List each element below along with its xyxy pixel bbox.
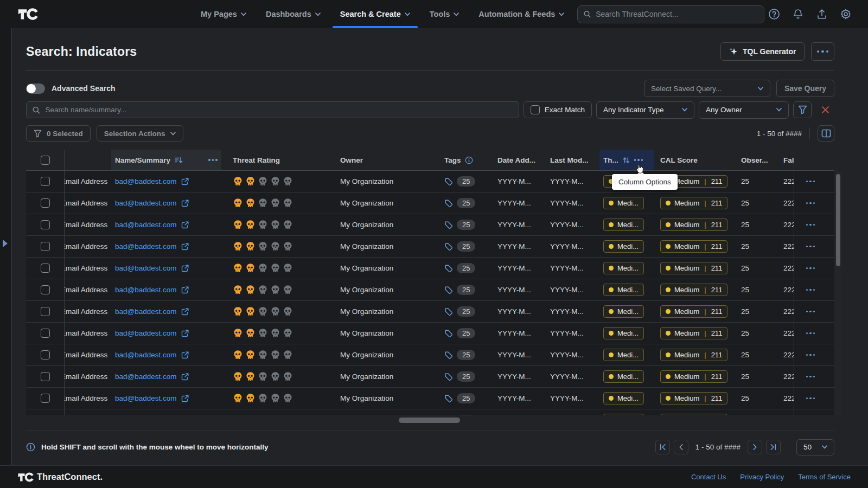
indicator-link[interactable]: bad@baddest.com [115,351,189,359]
indicator-link[interactable]: bad@baddest.com [115,373,189,381]
tags-count-pill[interactable]: 25 [457,285,475,295]
external-link-icon[interactable] [181,286,189,294]
tags-count-pill[interactable]: 25 [457,415,475,415]
nav-item-my-pages[interactable]: My Pages [201,0,246,28]
vertical-scrollbar-thumb[interactable] [836,174,840,266]
external-link-icon[interactable] [181,308,189,316]
row-actions-icon[interactable] [806,267,815,269]
header-date-added[interactable]: Date Add... [491,150,545,170]
external-link-icon[interactable] [181,265,189,272]
row-checkbox[interactable] [26,301,65,322]
page-more-options-button[interactable] [811,42,835,61]
row-actions-icon[interactable] [806,246,815,248]
tag-icon[interactable] [444,286,453,294]
row-checkbox[interactable] [26,409,65,415]
header-cal-score[interactable]: CAL Score [654,150,735,170]
tag-icon[interactable] [444,221,453,229]
column-options-icon[interactable] [634,159,643,161]
advanced-search-toggle[interactable] [26,84,45,94]
external-link-icon[interactable] [181,351,189,359]
sort-descending-icon[interactable] [174,156,183,164]
nav-item-automation-feeds[interactable]: Automation & Feeds [478,0,564,28]
tag-icon[interactable] [444,329,453,338]
row-checkbox[interactable] [26,323,65,344]
row-actions-icon[interactable] [806,181,815,183]
external-link-icon[interactable] [181,221,189,229]
row-checkbox[interactable] [26,171,65,192]
filter-button[interactable] [793,101,812,118]
exact-match-checkbox[interactable]: Exact Match [524,101,592,118]
row-checkbox[interactable] [26,366,65,387]
row-actions-icon[interactable] [806,311,815,313]
last-page-button[interactable] [766,440,781,454]
row-checkbox[interactable] [26,214,65,235]
indicator-link[interactable]: bad@baddest.com [115,286,189,294]
tags-count-pill[interactable]: 25 [457,350,475,360]
tags-count-pill[interactable]: 25 [457,198,475,208]
header-owner[interactable]: Owner [326,150,439,170]
row-checkbox[interactable] [26,388,65,409]
external-link-icon[interactable] [181,330,189,337]
tags-count-pill[interactable]: 25 [457,241,475,252]
tag-icon[interactable] [444,373,453,381]
row-actions-icon[interactable] [806,354,815,356]
indicator-link[interactable]: bad@baddest.com [115,177,189,185]
external-link-icon[interactable] [181,200,189,207]
external-link-icon[interactable] [181,395,189,402]
footer-link-contact-us[interactable]: Contact Us [691,473,726,481]
tag-icon[interactable] [444,177,453,186]
expand-sidebar-arrow-icon[interactable] [3,240,8,247]
indicator-link[interactable]: bad@baddest.com [115,329,189,337]
selected-count-button[interactable]: 0 Selected [26,125,91,142]
footer-link-privacy-policy[interactable]: Privacy Policy [740,473,784,481]
header-tags[interactable]: Tags [439,150,491,170]
row-actions-icon[interactable] [806,202,815,204]
next-page-button[interactable] [748,440,762,454]
row-checkbox[interactable] [26,236,65,257]
settings-gear-icon[interactable] [840,8,852,20]
header-last-modified[interactable]: Last Mod... [545,150,599,170]
indicator-type-select[interactable]: Any Indicator Type [596,101,694,119]
column-settings-button[interactable] [818,125,834,142]
row-checkbox[interactable] [26,258,65,279]
tag-icon[interactable] [444,351,453,359]
indicator-link[interactable]: bad@baddest.com [115,264,189,272]
tags-count-pill[interactable]: 25 [457,306,475,317]
tag-icon[interactable] [444,307,453,316]
page-size-select[interactable]: 50 [796,439,834,455]
tag-icon[interactable] [444,394,453,403]
saved-query-select[interactable]: Select Saved Query... [644,80,770,97]
tags-count-pill[interactable]: 25 [457,176,475,187]
tag-icon[interactable] [444,242,453,251]
tql-generator-button[interactable]: TQL Generator [720,42,805,61]
footer-link-terms-of-service[interactable]: Terms of Service [798,473,851,481]
threatconnect-logo-icon[interactable] [17,7,38,21]
row-actions-icon[interactable] [806,397,815,400]
tags-count-pill[interactable]: 25 [457,263,475,273]
header-observations[interactable]: Obser... [735,150,777,170]
indicator-link[interactable]: bad@baddest.com [115,242,189,251]
row-checkbox[interactable] [26,192,65,214]
indicator-link[interactable]: bad@baddest.com [115,221,189,229]
help-icon[interactable] [768,8,780,20]
nav-item-search-create[interactable]: Search & Create [340,0,410,28]
row-actions-icon[interactable] [806,289,815,291]
header-threat-rating[interactable]: Threat Rating [221,150,326,170]
row-actions-icon[interactable] [806,376,815,378]
header-name-summary[interactable]: Name/Summary [111,150,221,170]
external-link-icon[interactable] [181,243,189,251]
external-link-icon[interactable] [181,178,189,185]
previous-page-button[interactable] [674,440,688,454]
tags-count-pill[interactable]: 25 [457,393,475,403]
row-checkbox[interactable] [26,344,65,365]
tag-icon[interactable] [444,199,453,208]
nav-item-dashboards[interactable]: Dashboards [266,0,321,28]
horizontal-scrollbar[interactable] [26,418,834,423]
row-actions-icon[interactable] [806,224,815,226]
horizontal-scrollbar-thumb[interactable] [399,418,460,423]
tags-count-pill[interactable]: 25 [457,328,475,338]
notifications-icon[interactable] [792,8,804,20]
vertical-scrollbar[interactable] [834,171,842,415]
tags-count-pill[interactable]: 25 [457,371,475,382]
global-search-input[interactable] [596,10,758,18]
